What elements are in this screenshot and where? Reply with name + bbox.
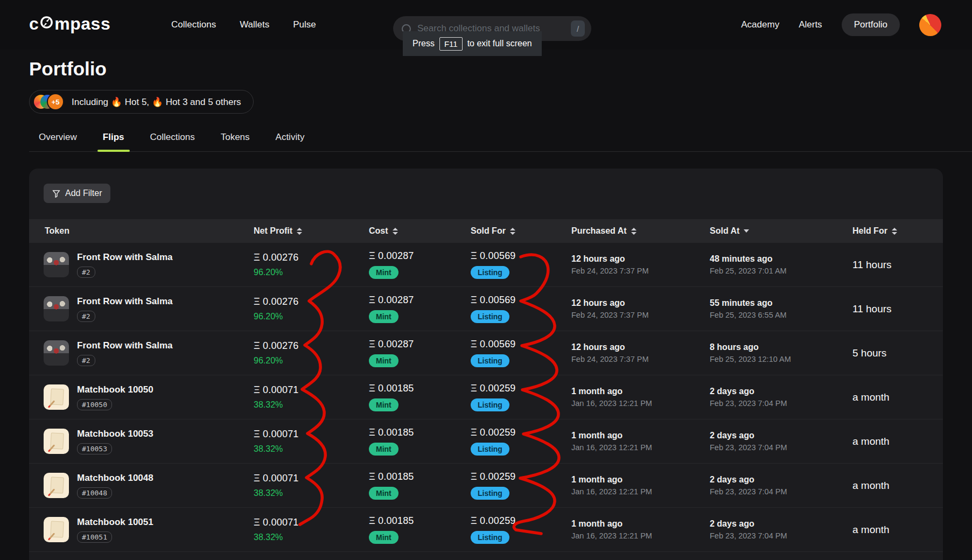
net-profit-cell: Ξ 0.00276 96.20% (254, 252, 369, 277)
tab[interactable]: Collections (145, 132, 200, 151)
sold-relative: 2 days ago (710, 387, 852, 396)
token-cell: Matchbook 10050 #10050 (29, 384, 254, 410)
net-profit-cell: Ξ 0.00276 96.20% (254, 296, 369, 321)
eth-icon: Ξ (369, 295, 375, 305)
column-header-net-profit[interactable]: Net Profit (254, 226, 369, 236)
portfolio-nav-button[interactable]: Portfolio (842, 13, 900, 36)
sold-at-cell: 55 minutes ago Feb 25, 2023 6:55 AM (710, 298, 852, 319)
token-name: Front Row with Salma (77, 340, 173, 351)
sold-for-value: 0.00259 (480, 383, 515, 394)
token-cell: Front Row with Salma #2 (29, 340, 254, 366)
sold-date: Feb 25, 2023 12:10 AM (710, 355, 852, 363)
net-profit-cell: Ξ 0.00071 38.32% (254, 429, 369, 454)
column-header-purchased-at[interactable]: Purchased At (571, 226, 710, 236)
table-row[interactable]: Front Row with Salma #2 Ξ 0.00276 96.20%… (29, 331, 943, 375)
purchased-date: Feb 24, 2023 7:37 PM (571, 355, 710, 363)
cost-cell: Ξ 0.00185 Mint (369, 471, 471, 500)
token-id-badge: #10053 (77, 443, 112, 454)
sold-relative: 55 minutes ago (710, 298, 852, 308)
purchased-at-cell: 12 hours ago Feb 24, 2023 7:37 PM (571, 254, 710, 275)
net-profit-percent: 38.32% (254, 444, 283, 454)
column-label: Cost (369, 226, 388, 236)
sold-date: Feb 23, 2023 7:04 PM (710, 399, 852, 408)
token-thumbnail (44, 252, 69, 277)
wallets-pill-label: Including 🔥 Hot 5, 🔥 Hot 3 and 5 others (72, 96, 241, 108)
table-row[interactable]: Matchbook 10050 #10050 Ξ 0.00071 38.32% … (29, 375, 943, 419)
tooltip-press-text: Press (412, 39, 435, 48)
held-for-cell: a month (852, 436, 943, 447)
net-profit-percent: 38.32% (254, 533, 283, 542)
cost-type-badge: Mint (369, 354, 398, 367)
sold-for-cell: Ξ 0.00569 Listing (471, 250, 571, 279)
net-profit-cell: Ξ 0.00071 38.32% (254, 517, 369, 542)
sold-for-cell: Ξ 0.00569 Listing (471, 295, 571, 323)
held-for-cell: 11 hours (852, 303, 943, 315)
f11-key-badge: F11 (439, 37, 463, 51)
table-row[interactable]: Front Row with Salma #2 Ξ 0.00276 96.20%… (29, 243, 943, 287)
eth-icon: Ξ (369, 515, 375, 526)
nav-link[interactable]: Collections (171, 19, 216, 30)
held-for-cell: a month (852, 480, 943, 492)
nav-link-academy[interactable]: Academy (741, 19, 779, 30)
flips-panel: Add Filter TokenNet ProfitCostSold ForPu… (29, 169, 943, 560)
table-header-row: TokenNet ProfitCostSold ForPurchased AtS… (29, 219, 943, 243)
tab[interactable]: Activity (270, 132, 310, 151)
table-row[interactable]: Matchbook 10051 #10051 Ξ 0.00071 38.32% … (29, 508, 943, 552)
token-thumbnail (44, 384, 69, 410)
column-label: Token (45, 226, 69, 236)
eth-icon: Ξ (471, 427, 477, 438)
tab[interactable]: Flips (97, 132, 130, 151)
sold-at-cell: 2 days ago Feb 23, 2023 7:04 PM (710, 431, 852, 452)
sold-type-badge: Listing (471, 266, 509, 279)
compass-rose-icon (39, 14, 54, 34)
eth-icon: Ξ (369, 250, 375, 261)
net-profit-percent: 38.32% (254, 400, 283, 410)
net-profit-percent: 38.32% (254, 488, 283, 498)
sold-type-badge: Listing (471, 398, 509, 411)
table-row[interactable]: Matchbook 10048 #10048 Ξ 0.00071 38.32% … (29, 464, 943, 508)
purchased-at-cell: 1 month ago Jan 16, 2023 12:21 PM (571, 387, 710, 408)
purchased-relative: 1 month ago (571, 387, 710, 396)
table-row[interactable]: Matchbook 10053 #10053 Ξ 0.00071 38.32% … (29, 419, 943, 464)
column-header-cost[interactable]: Cost (369, 226, 471, 236)
nav-right-group: Academy Alerts Portfolio (741, 0, 941, 50)
column-header-sold-for[interactable]: Sold For (471, 226, 571, 236)
purchased-relative: 12 hours ago (571, 342, 710, 352)
held-for-cell: 11 hours (852, 259, 943, 271)
sold-for-value: 0.00259 (480, 515, 515, 526)
tab[interactable]: Tokens (215, 132, 255, 151)
cost-type-badge: Mint (369, 310, 398, 323)
nav-link[interactable]: Pulse (293, 19, 316, 30)
eth-icon: Ξ (254, 429, 260, 439)
sold-relative: 2 days ago (710, 475, 852, 485)
user-avatar[interactable] (919, 14, 941, 36)
sold-at-cell: 48 minutes ago Feb 25, 2023 7:01 AM (710, 254, 852, 275)
column-header-held-for[interactable]: Held For (852, 226, 943, 236)
nav-link-alerts[interactable]: Alerts (799, 19, 822, 30)
column-header-sold-at[interactable]: Sold At (710, 226, 852, 236)
net-profit-cell: Ξ 0.00071 38.32% (254, 384, 369, 410)
table-row[interactable]: Front Row with Salma #2 Ξ 0.00276 96.20%… (29, 287, 943, 331)
add-filter-button[interactable]: Add Filter (44, 184, 110, 203)
purchased-at-cell: 1 month ago Jan 16, 2023 12:21 PM (571, 475, 710, 496)
purchased-date: Jan 16, 2023 12:21 PM (571, 531, 710, 540)
eth-icon: Ξ (254, 473, 260, 484)
purchased-at-cell: 12 hours ago Feb 24, 2023 7:37 PM (571, 342, 710, 363)
purchased-relative: 1 month ago (571, 475, 710, 485)
sold-for-cell: Ξ 0.00259 Listing (471, 427, 571, 456)
sort-icon (297, 228, 302, 235)
tab[interactable]: Overview (33, 132, 82, 151)
sold-date: Feb 23, 2023 7:04 PM (710, 531, 852, 540)
cost-value: 0.00287 (378, 250, 414, 261)
wallets-summary-pill[interactable]: +5 Including 🔥 Hot 5, 🔥 Hot 3 and 5 othe… (29, 90, 254, 114)
column-header-token: Token (29, 226, 254, 236)
page-header: Portfolio +5 Including 🔥 Hot 5, 🔥 Hot 3 … (29, 58, 972, 114)
sold-for-cell: Ξ 0.00259 Listing (471, 383, 571, 411)
nav-link[interactable]: Wallets (240, 19, 269, 30)
cost-cell: Ξ 0.00185 Mint (369, 515, 471, 544)
sold-type-badge: Listing (471, 443, 509, 456)
compass-logo[interactable]: c mpass (29, 14, 110, 34)
eth-icon: Ξ (369, 339, 375, 349)
cost-value: 0.00185 (378, 383, 414, 394)
eth-icon: Ξ (471, 471, 477, 482)
